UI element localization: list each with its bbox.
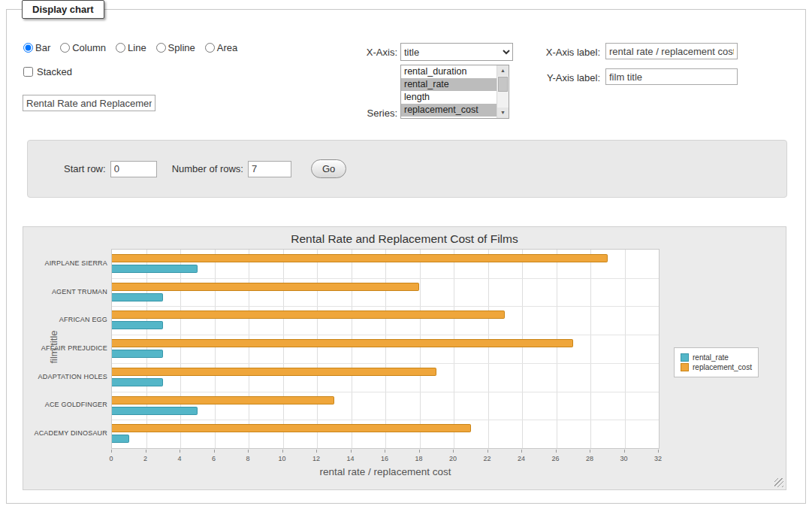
y-category-label: AFFAIR PREJUDICE (23, 344, 107, 352)
plot-area (111, 249, 660, 449)
x-tick-label: 28 (586, 455, 593, 462)
x-tick-label: 32 (654, 455, 662, 462)
x-tick-mark (351, 450, 352, 453)
x-tick-mark (146, 450, 146, 453)
x-tick-label: 30 (620, 455, 627, 462)
x-tick-label: 6 (212, 455, 216, 462)
x-tick-label: 10 (278, 455, 285, 462)
chart-type-radio-spline[interactable] (156, 43, 166, 53)
chart-type-option-column[interactable]: Column (60, 42, 106, 53)
x-tick-mark (590, 450, 590, 453)
scroll-down-icon[interactable]: ▼ (497, 108, 509, 118)
x-tick-mark (419, 450, 420, 453)
x-axis-caption-label: X-Axis label: (469, 47, 600, 58)
y-axis-caption-input[interactable] (605, 68, 738, 85)
bar-replacement_cost (112, 254, 608, 262)
x-tick-label: 12 (312, 455, 320, 462)
go-button[interactable]: Go (311, 159, 346, 178)
x-tick-mark (111, 450, 112, 453)
x-tick-label: 22 (483, 455, 491, 462)
bar-rental_rate (112, 265, 198, 273)
chart-type-radio-bar[interactable] (23, 43, 33, 53)
stacked-checkbox-row[interactable]: Stacked (23, 66, 72, 77)
chart-type-radios: BarColumnLineSplineArea (23, 42, 237, 53)
legend-item-replacement_cost[interactable]: replacement_cost (681, 363, 752, 371)
series-label: Series: (322, 108, 397, 119)
band-separator (112, 278, 659, 279)
legend-label: rental_rate (693, 353, 729, 362)
x-tick-mark (180, 450, 180, 453)
legend-swatch (681, 363, 689, 371)
chart-type-radio-column[interactable] (60, 43, 70, 53)
legend-swatch (681, 353, 689, 362)
chart-type-label: Area (217, 42, 237, 53)
x-tick-label: 16 (381, 455, 388, 462)
num-rows-input[interactable] (248, 161, 291, 177)
x-axis-ticks: 02468101214161820222426283032 (111, 450, 660, 466)
gridline (317, 250, 318, 448)
bar-replacement_cost (112, 396, 334, 404)
y-category-label: ACADEMY DINOSAUR (23, 429, 107, 437)
gridline (454, 250, 454, 448)
gridline (180, 250, 181, 448)
band-separator (112, 363, 659, 364)
gridline (420, 250, 421, 448)
x-axis-caption-input[interactable] (605, 43, 738, 59)
y-category-label: AFRICAN EGG (23, 316, 107, 323)
band-separator (112, 335, 659, 335)
x-tick-mark (658, 450, 659, 453)
chart-legend: rental_ratereplacement_cost (674, 347, 759, 377)
y-category-label: ACE GOLDFINGER (23, 401, 107, 408)
x-tick-mark (521, 450, 522, 453)
gridline (385, 250, 386, 448)
x-axis-select-label: X-Axis: (322, 47, 397, 58)
chart-title-input[interactable] (23, 95, 155, 111)
chart-type-option-bar[interactable]: Bar (23, 42, 50, 53)
chart-type-radio-line[interactable] (116, 43, 125, 53)
series-option-replacement_cost[interactable]: replacement_cost (401, 104, 497, 117)
chart-type-option-area[interactable]: Area (205, 42, 237, 53)
series-option-length[interactable]: length (401, 91, 497, 104)
band-separator (112, 420, 659, 420)
bar-rental_rate (112, 378, 163, 386)
gridline (249, 250, 249, 448)
x-tick-label: 2 (143, 455, 147, 462)
bar-rental_rate (112, 321, 163, 329)
x-tick-mark (214, 450, 215, 453)
y-category-label: AIRPLANE SIERRA (23, 259, 107, 267)
x-tick-mark (282, 450, 283, 453)
chart-type-label: Line (128, 42, 146, 53)
display-chart-fieldset: Display chart BarColumnLineSplineArea St… (6, 9, 806, 504)
num-rows-label: Number of rows: (172, 163, 243, 174)
x-tick-label: 14 (346, 455, 354, 462)
band-separator (112, 306, 659, 307)
stacked-checkbox[interactable] (23, 67, 33, 77)
chart-type-radio-area[interactable] (205, 43, 215, 53)
start-row-input[interactable] (110, 161, 157, 177)
chart-type-option-line[interactable]: Line (116, 42, 146, 53)
bar-replacement_cost (112, 368, 436, 376)
y-category-label: AGENT TRUMAN (23, 288, 107, 295)
gridline (352, 250, 352, 448)
resize-handle-icon[interactable] (774, 478, 783, 487)
gridline (590, 250, 591, 448)
bar-replacement_cost (112, 424, 471, 432)
x-tick-label: 20 (449, 455, 457, 462)
chart-type-label: Bar (35, 42, 50, 53)
x-tick-label: 18 (415, 455, 422, 462)
gridline (522, 250, 523, 448)
x-tick-mark (488, 450, 488, 453)
legend-label: replacement_cost (693, 363, 752, 371)
x-tick-mark (385, 450, 385, 453)
chart-type-label: Spline (168, 42, 195, 53)
fieldset-legend: Display chart (22, 0, 104, 19)
stacked-label: Stacked (37, 66, 72, 77)
legend-item-rental_rate[interactable]: rental_rate (681, 353, 752, 362)
x-tick-label: 4 (177, 455, 181, 462)
gridline (146, 250, 147, 448)
gridline (215, 250, 216, 448)
y-category-label: ADAPTATION HOLES (23, 373, 107, 380)
x-tick-label: 24 (518, 455, 525, 462)
x-tick-label: 0 (109, 455, 113, 462)
chart-type-option-spline[interactable]: Spline (156, 42, 195, 53)
